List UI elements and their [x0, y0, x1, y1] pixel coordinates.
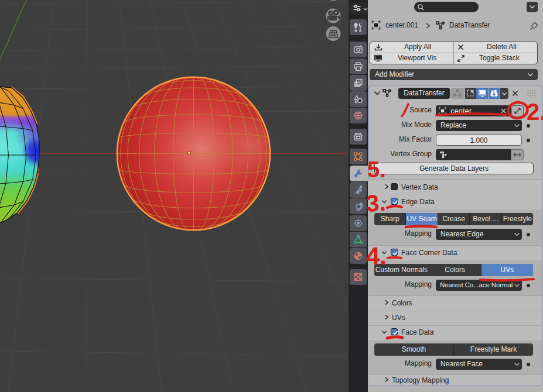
svg-text:2.: 2. [527, 99, 543, 125]
svg-text:3.: 3. [365, 190, 386, 216]
svg-text:4.: 4. [366, 242, 387, 270]
svg-text:5.: 5. [367, 157, 386, 182]
